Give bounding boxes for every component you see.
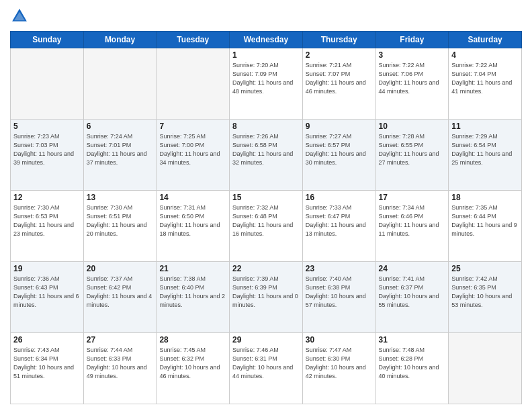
day-number: 16 xyxy=(306,193,373,202)
day-info: Sunrise: 7:23 AM Sunset: 7:03 PM Dayligh… xyxy=(13,132,81,167)
day-info: Sunrise: 7:33 AM Sunset: 6:47 PM Dayligh… xyxy=(306,203,373,238)
calendar-cell: 17Sunrise: 7:34 AM Sunset: 6:46 PM Dayli… xyxy=(375,191,449,262)
calendar-cell: 6Sunrise: 7:24 AM Sunset: 7:01 PM Daylig… xyxy=(83,120,157,191)
day-number: 13 xyxy=(87,193,154,202)
day-number: 26 xyxy=(13,335,81,345)
calendar-week-2: 5Sunrise: 7:23 AM Sunset: 7:03 PM Daylig… xyxy=(11,120,522,191)
calendar-header-thursday: Thursday xyxy=(302,32,375,48)
day-number: 31 xyxy=(379,335,446,345)
day-info: Sunrise: 7:47 AM Sunset: 6:30 PM Dayligh… xyxy=(306,346,373,381)
day-number: 1 xyxy=(232,50,300,60)
day-number: 3 xyxy=(379,50,446,60)
logo-icon xyxy=(10,7,29,26)
day-number: 12 xyxy=(13,193,81,202)
calendar-week-5: 26Sunrise: 7:43 AM Sunset: 6:34 PM Dayli… xyxy=(11,333,522,404)
calendar-cell: 30Sunrise: 7:47 AM Sunset: 6:30 PM Dayli… xyxy=(302,333,375,404)
calendar-cell: 9Sunrise: 7:27 AM Sunset: 6:57 PM Daylig… xyxy=(302,120,375,191)
day-info: Sunrise: 7:45 AM Sunset: 6:32 PM Dayligh… xyxy=(159,346,226,381)
day-info: Sunrise: 7:26 AM Sunset: 6:58 PM Dayligh… xyxy=(232,132,300,167)
day-number: 25 xyxy=(451,264,519,273)
logo xyxy=(10,7,32,26)
calendar-cell xyxy=(157,48,230,120)
calendar-cell: 19Sunrise: 7:36 AM Sunset: 6:43 PM Dayli… xyxy=(11,262,84,333)
day-info: Sunrise: 7:24 AM Sunset: 7:01 PM Dayligh… xyxy=(87,132,154,167)
calendar-header-sunday: Sunday xyxy=(11,32,84,48)
day-number: 17 xyxy=(379,193,446,202)
day-info: Sunrise: 7:36 AM Sunset: 6:43 PM Dayligh… xyxy=(13,275,81,310)
calendar-header-friday: Friday xyxy=(375,32,449,48)
calendar-week-3: 12Sunrise: 7:30 AM Sunset: 6:53 PM Dayli… xyxy=(11,191,522,262)
calendar-cell: 28Sunrise: 7:45 AM Sunset: 6:32 PM Dayli… xyxy=(157,333,230,404)
calendar-cell xyxy=(449,333,522,404)
calendar-week-4: 19Sunrise: 7:36 AM Sunset: 6:43 PM Dayli… xyxy=(11,262,522,333)
day-info: Sunrise: 7:30 AM Sunset: 6:51 PM Dayligh… xyxy=(87,203,154,238)
calendar-cell: 2Sunrise: 7:21 AM Sunset: 7:07 PM Daylig… xyxy=(302,48,375,120)
day-info: Sunrise: 7:44 AM Sunset: 6:33 PM Dayligh… xyxy=(87,346,154,381)
page: SundayMondayTuesdayWednesdayThursdayFrid… xyxy=(0,0,532,411)
calendar-cell: 29Sunrise: 7:46 AM Sunset: 6:31 PM Dayli… xyxy=(230,333,303,404)
calendar-cell: 25Sunrise: 7:42 AM Sunset: 6:35 PM Dayli… xyxy=(449,262,522,333)
day-number: 30 xyxy=(306,335,373,345)
calendar-cell: 5Sunrise: 7:23 AM Sunset: 7:03 PM Daylig… xyxy=(11,120,84,191)
calendar-table: SundayMondayTuesdayWednesdayThursdayFrid… xyxy=(10,31,522,404)
day-info: Sunrise: 7:30 AM Sunset: 6:53 PM Dayligh… xyxy=(13,203,81,238)
calendar-cell: 11Sunrise: 7:29 AM Sunset: 6:54 PM Dayli… xyxy=(449,120,522,191)
day-number: 20 xyxy=(87,264,154,273)
day-number: 9 xyxy=(306,122,373,131)
day-info: Sunrise: 7:40 AM Sunset: 6:38 PM Dayligh… xyxy=(306,275,373,310)
day-number: 10 xyxy=(379,122,446,131)
day-info: Sunrise: 7:43 AM Sunset: 6:34 PM Dayligh… xyxy=(13,346,81,381)
calendar-cell: 27Sunrise: 7:44 AM Sunset: 6:33 PM Dayli… xyxy=(83,333,157,404)
header xyxy=(10,7,522,26)
day-number: 14 xyxy=(159,193,226,202)
calendar-cell: 12Sunrise: 7:30 AM Sunset: 6:53 PM Dayli… xyxy=(11,191,84,262)
calendar-cell: 4Sunrise: 7:22 AM Sunset: 7:04 PM Daylig… xyxy=(449,48,522,120)
calendar-cell: 31Sunrise: 7:48 AM Sunset: 6:28 PM Dayli… xyxy=(375,333,449,404)
calendar-cell: 24Sunrise: 7:41 AM Sunset: 6:37 PM Dayli… xyxy=(375,262,449,333)
calendar-cell: 22Sunrise: 7:39 AM Sunset: 6:39 PM Dayli… xyxy=(230,262,303,333)
calendar-cell: 10Sunrise: 7:28 AM Sunset: 6:55 PM Dayli… xyxy=(375,120,449,191)
day-info: Sunrise: 7:28 AM Sunset: 6:55 PM Dayligh… xyxy=(379,132,446,167)
day-info: Sunrise: 7:21 AM Sunset: 7:07 PM Dayligh… xyxy=(306,61,373,96)
day-number: 11 xyxy=(451,122,519,131)
day-info: Sunrise: 7:41 AM Sunset: 6:37 PM Dayligh… xyxy=(379,275,446,310)
day-info: Sunrise: 7:46 AM Sunset: 6:31 PM Dayligh… xyxy=(232,346,300,381)
day-number: 28 xyxy=(159,335,226,345)
calendar-cell xyxy=(83,48,157,120)
day-info: Sunrise: 7:38 AM Sunset: 6:40 PM Dayligh… xyxy=(159,275,226,310)
day-number: 23 xyxy=(306,264,373,273)
calendar-cell: 13Sunrise: 7:30 AM Sunset: 6:51 PM Dayli… xyxy=(83,191,157,262)
calendar-week-1: 1Sunrise: 7:20 AM Sunset: 7:09 PM Daylig… xyxy=(11,48,522,120)
calendar-cell: 8Sunrise: 7:26 AM Sunset: 6:58 PM Daylig… xyxy=(230,120,303,191)
calendar-header-saturday: Saturday xyxy=(449,32,522,48)
day-info: Sunrise: 7:42 AM Sunset: 6:35 PM Dayligh… xyxy=(451,275,519,310)
day-number: 27 xyxy=(87,335,154,345)
day-info: Sunrise: 7:39 AM Sunset: 6:39 PM Dayligh… xyxy=(232,275,300,310)
day-number: 29 xyxy=(232,335,300,345)
calendar-cell: 7Sunrise: 7:25 AM Sunset: 7:00 PM Daylig… xyxy=(157,120,230,191)
day-number: 7 xyxy=(159,122,226,131)
day-info: Sunrise: 7:37 AM Sunset: 6:42 PM Dayligh… xyxy=(87,275,154,310)
day-number: 5 xyxy=(13,122,81,131)
day-info: Sunrise: 7:22 AM Sunset: 7:06 PM Dayligh… xyxy=(379,61,446,96)
calendar-cell: 14Sunrise: 7:31 AM Sunset: 6:50 PM Dayli… xyxy=(157,191,230,262)
calendar-header-monday: Monday xyxy=(83,32,157,48)
calendar-cell: 1Sunrise: 7:20 AM Sunset: 7:09 PM Daylig… xyxy=(230,48,303,120)
calendar-header-row: SundayMondayTuesdayWednesdayThursdayFrid… xyxy=(11,32,522,48)
day-number: 8 xyxy=(232,122,300,131)
day-number: 24 xyxy=(379,264,446,273)
day-info: Sunrise: 7:27 AM Sunset: 6:57 PM Dayligh… xyxy=(306,132,373,167)
calendar-header-tuesday: Tuesday xyxy=(157,32,230,48)
day-number: 15 xyxy=(232,193,300,202)
day-number: 2 xyxy=(306,50,373,60)
day-info: Sunrise: 7:22 AM Sunset: 7:04 PM Dayligh… xyxy=(451,61,519,96)
calendar-cell: 20Sunrise: 7:37 AM Sunset: 6:42 PM Dayli… xyxy=(83,262,157,333)
calendar-cell: 15Sunrise: 7:32 AM Sunset: 6:48 PM Dayli… xyxy=(230,191,303,262)
day-number: 6 xyxy=(87,122,154,131)
day-number: 22 xyxy=(232,264,300,273)
calendar-cell xyxy=(11,48,84,120)
day-info: Sunrise: 7:20 AM Sunset: 7:09 PM Dayligh… xyxy=(232,61,300,96)
day-number: 4 xyxy=(451,50,519,60)
day-number: 18 xyxy=(451,193,519,202)
day-info: Sunrise: 7:32 AM Sunset: 6:48 PM Dayligh… xyxy=(232,203,300,238)
